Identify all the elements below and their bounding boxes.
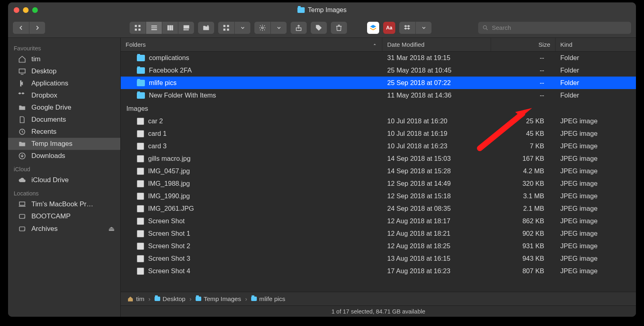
dropbox-icon[interactable] (399, 22, 415, 34)
file-name: IMG_1990.jpg (148, 192, 190, 200)
file-rows[interactable]: complications31 Mar 2018 at 19:15--Folde… (121, 52, 636, 292)
sidebar-section-title: Favourites (8, 41, 120, 53)
header-size[interactable]: Size (491, 38, 555, 51)
search-field[interactable] (478, 22, 631, 34)
path-bar[interactable]: tim›Desktop›Temp Images›mlife pics (121, 292, 636, 305)
svg-point-18 (262, 27, 264, 29)
app-icon (18, 79, 27, 87)
breadcrumb-label: mlife pics (259, 295, 285, 303)
file-row[interactable]: Facebook 2FA25 May 2018 at 10:45--Folder (121, 64, 636, 77)
icon-view-button[interactable] (130, 22, 146, 34)
search-input[interactable] (492, 24, 627, 31)
download-icon (18, 152, 27, 160)
file-row[interactable]: Screen Shot 112 Aug 2018 at 18:21902 KBJ… (121, 227, 636, 240)
folder-icon (18, 104, 27, 112)
sidebar-item[interactable]: Dropbox (8, 89, 120, 102)
sidebar-item[interactable]: Recents (8, 126, 120, 138)
chevron-down-icon[interactable] (234, 22, 250, 34)
sidebar-item[interactable]: Desktop (8, 65, 120, 77)
file-row[interactable]: New Folder With Items11 May 2018 at 14:3… (121, 89, 636, 102)
chevron-down-icon[interactable] (415, 22, 431, 34)
header-kind[interactable]: Kind (555, 38, 636, 51)
image-thumb-icon (137, 168, 144, 175)
breadcrumb[interactable]: Temp Images (196, 295, 241, 303)
arrange-button[interactable] (218, 22, 250, 34)
file-size: 3.1 MB (491, 192, 555, 200)
minimize-button[interactable] (23, 7, 29, 13)
sidebar-item[interactable]: Documents (8, 114, 120, 126)
sidebar-item[interactable]: BOOTCAMP (8, 210, 120, 222)
sidebar[interactable]: FavouritestimDesktopApplicationsDropboxG… (8, 38, 121, 317)
file-name: car 2 (148, 117, 163, 125)
breadcrumb[interactable]: Desktop (155, 295, 186, 303)
gear-icon[interactable] (254, 22, 270, 34)
gallery-view-button[interactable] (178, 22, 194, 34)
sidebar-item[interactable]: Archives⏏ (8, 222, 120, 235)
header-name[interactable]: Folders (121, 38, 382, 51)
sidebar-section-title: Locations (8, 186, 120, 198)
file-row[interactable]: card 310 Jul 2018 at 16:237 KBJPEG image (121, 140, 636, 152)
header-date[interactable]: Date Modified (382, 38, 491, 51)
action-button[interactable] (254, 22, 287, 34)
traffic-lights (8, 7, 38, 13)
sidebar-item[interactable]: Temp Images (8, 138, 120, 150)
svg-rect-14 (223, 25, 225, 27)
file-row[interactable]: IMG_0457.jpg14 Sep 2018 at 15:284.2 MBJP… (121, 165, 636, 177)
image-thumb-icon (137, 118, 144, 125)
dropbox-button[interactable] (399, 22, 431, 34)
breadcrumb[interactable]: mlife pics (251, 295, 285, 303)
close-button[interactable] (14, 7, 19, 13)
file-row[interactable]: Screen Shot 313 Aug 2018 at 16:15943 KBJ… (121, 252, 636, 265)
file-size: 25 KB (491, 117, 555, 125)
sidebar-item[interactable]: Tim's MacBook Pr… (8, 198, 120, 210)
file-row[interactable]: Screen Shot12 Aug 2018 at 18:17862 KBJPE… (121, 215, 636, 227)
search-icon (482, 25, 489, 31)
file-row[interactable]: car 210 Jul 2018 at 16:2025 KBJPEG image (121, 115, 636, 127)
sidebar-item[interactable]: tim (8, 53, 120, 65)
file-row[interactable]: IMG_2061.JPG24 Sep 2018 at 08:352.1 MBJP… (121, 202, 636, 215)
window-title: Temp Images (297, 6, 347, 14)
file-date: 14 Sep 2018 at 15:28 (382, 167, 491, 175)
file-row[interactable]: IMG_1990.jpg12 Sep 2018 at 15:183.1 MBJP… (121, 190, 636, 202)
new-folder-button[interactable] (198, 22, 214, 34)
sidebar-item[interactable]: Google Drive (8, 102, 120, 114)
view-mode-buttons (130, 22, 194, 34)
dictionary-app-icon[interactable]: Aa (383, 22, 395, 34)
file-date: 17 Aug 2018 at 16:23 (382, 267, 491, 275)
sidebar-item[interactable]: iCloud Drive (8, 174, 120, 186)
trash-button[interactable] (331, 22, 347, 34)
zoom-button[interactable] (32, 7, 38, 13)
eject-icon[interactable]: ⏏ (108, 224, 115, 233)
share-button[interactable] (291, 22, 307, 34)
file-row[interactable]: card 110 Jul 2018 at 16:1945 KBJPEG imag… (121, 127, 636, 140)
file-row[interactable]: complications31 Mar 2018 at 19:15--Folde… (121, 52, 636, 64)
file-size: -- (491, 79, 555, 87)
layers-app-icon[interactable] (367, 22, 379, 34)
file-row[interactable]: IMG_1988.jpg12 Sep 2018 at 14:49320 KBJP… (121, 177, 636, 190)
column-view-button[interactable] (162, 22, 178, 34)
sidebar-item[interactable]: Downloads (8, 150, 120, 162)
svg-point-28 (24, 229, 25, 230)
recent-icon (18, 128, 27, 136)
sidebar-item-label: Applications (31, 79, 68, 87)
chevron-down-icon[interactable] (270, 22, 287, 34)
back-button[interactable] (13, 22, 29, 34)
sidebar-item[interactable]: Applications (8, 77, 120, 89)
file-name: card 3 (148, 142, 167, 150)
file-row[interactable]: Screen Shot 212 Aug 2018 at 18:25931 KBJ… (121, 240, 636, 252)
breadcrumb[interactable]: tim (127, 295, 144, 303)
file-row[interactable]: Screen Shot 417 Aug 2018 at 16:23807 KBJ… (121, 265, 636, 277)
tags-button[interactable] (311, 22, 327, 34)
sidebar-item-label: BOOTCAMP (31, 212, 70, 220)
folder-icon (137, 92, 145, 99)
file-kind: JPEG image (555, 117, 636, 125)
file-row[interactable]: mlife pics25 Sep 2018 at 07:22--Folder (121, 77, 636, 89)
list-view-button[interactable] (146, 22, 162, 34)
file-row[interactable]: gills macro.jpg14 Sep 2018 at 15:03167 K… (121, 152, 636, 165)
desktop-icon (18, 67, 27, 75)
file-kind: Folder (555, 66, 636, 74)
sidebar-item-label: Tim's MacBook Pr… (31, 200, 93, 208)
forward-button[interactable] (29, 22, 45, 34)
image-thumb-icon (137, 218, 144, 225)
file-date: 10 Jul 2018 at 16:23 (382, 142, 491, 150)
